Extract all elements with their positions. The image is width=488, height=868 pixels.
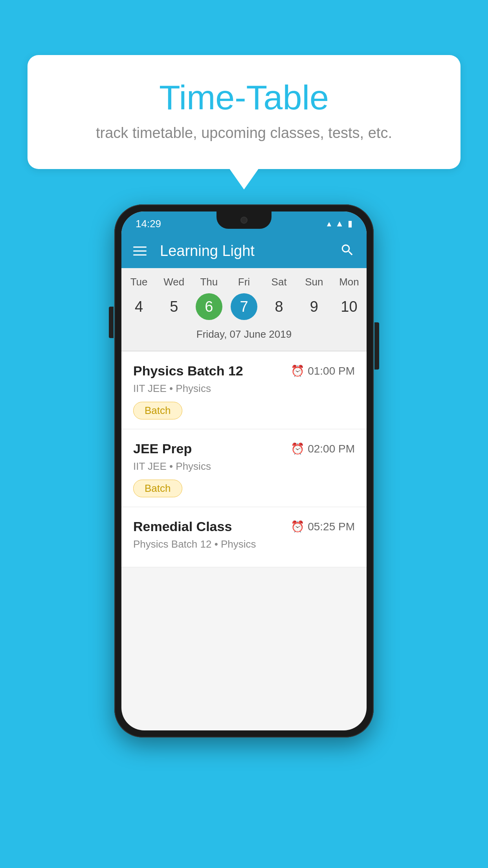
day-10[interactable]: 10 — [332, 293, 367, 320]
item-1-title: Physics Batch 12 — [133, 363, 243, 379]
item-3-title: Remedial Class — [133, 519, 232, 534]
day-label-thu: Thu — [191, 276, 226, 288]
day-label-tue: Tue — [121, 276, 156, 288]
phone-notch — [216, 211, 272, 229]
item-3-time: ⏰ 05:25 PM — [291, 520, 355, 533]
item-2-title: JEE Prep — [133, 441, 192, 456]
item-3-subtitle: Physics Batch 12 • Physics — [133, 538, 355, 550]
item-1-subtitle: IIT JEE • Physics — [133, 383, 355, 395]
menu-icon[interactable] — [133, 246, 147, 256]
speech-bubble: Time-Table track timetable, upcoming cla… — [28, 55, 460, 169]
selected-date-label: Friday, 07 June 2019 — [121, 325, 367, 347]
bubble-title: Time-Table — [59, 79, 429, 117]
item-1-time: ⏰ 01:00 PM — [291, 364, 355, 377]
wifi-icon: ▴ — [327, 219, 331, 229]
bubble-subtitle: track timetable, upcoming classes, tests… — [59, 125, 429, 142]
schedule-item-3[interactable]: Remedial Class ⏰ 05:25 PM Physics Batch … — [121, 507, 367, 567]
day-8[interactable]: 8 — [262, 293, 297, 320]
day-label-mon: Mon — [332, 276, 367, 288]
day-label-sat: Sat — [262, 276, 297, 288]
day-5[interactable]: 5 — [156, 293, 191, 320]
search-button[interactable] — [340, 243, 355, 259]
battery-icon: ▮ — [348, 219, 352, 229]
phone-screen-border: 14:29 ▴ ▲ ▮ Learning Light — [121, 211, 367, 730]
item-2-time: ⏰ 02:00 PM — [291, 442, 355, 455]
app-bar: Learning Light — [121, 234, 367, 268]
item-1-time-text: 01:00 PM — [308, 365, 355, 377]
clock-icon-2: ⏰ — [291, 442, 305, 455]
phone-screen: 14:29 ▴ ▲ ▮ Learning Light — [121, 211, 367, 730]
schedule-item-1[interactable]: Physics Batch 12 ⏰ 01:00 PM IIT JEE • Ph… — [121, 351, 367, 429]
day-7-selected[interactable]: 7 — [231, 293, 257, 320]
search-icon — [340, 243, 355, 257]
status-icons: ▴ ▲ ▮ — [327, 219, 352, 229]
speech-bubble-area: Time-Table track timetable, upcoming cla… — [28, 55, 460, 169]
day-headers: Tue Wed Thu Fri Sat Sun Mon — [121, 276, 367, 288]
status-time: 14:29 — [136, 218, 161, 230]
day-label-sun: Sun — [297, 276, 332, 288]
camera-icon — [240, 217, 248, 224]
app-title: Learning Light — [156, 243, 330, 259]
day-9[interactable]: 9 — [297, 293, 332, 320]
day-label-wed: Wed — [156, 276, 191, 288]
day-numbers: 4 5 6 7 8 9 10 — [121, 293, 367, 320]
item-1-batch-tag: Batch — [133, 402, 182, 419]
phone-outer: 14:29 ▴ ▲ ▮ Learning Light — [114, 204, 374, 737]
signal-icon: ▲ — [335, 219, 344, 229]
clock-icon-1: ⏰ — [291, 364, 305, 377]
calendar-strip: Tue Wed Thu Fri Sat Sun Mon 4 5 6 7 8 — [121, 268, 367, 351]
schedule-item-2[interactable]: JEE Prep ⏰ 02:00 PM IIT JEE • Physics Ba… — [121, 429, 367, 507]
item-3-time-text: 05:25 PM — [308, 520, 355, 533]
item-2-header: JEE Prep ⏰ 02:00 PM — [133, 441, 355, 456]
day-6-today[interactable]: 6 — [196, 293, 222, 320]
clock-icon-3: ⏰ — [291, 520, 305, 533]
item-1-header: Physics Batch 12 ⏰ 01:00 PM — [133, 363, 355, 379]
item-3-header: Remedial Class ⏰ 05:25 PM — [133, 519, 355, 534]
item-2-batch-tag: Batch — [133, 480, 182, 497]
phone-mockup: 14:29 ▴ ▲ ▮ Learning Light — [114, 204, 374, 737]
item-2-time-text: 02:00 PM — [308, 443, 355, 455]
item-2-subtitle: IIT JEE • Physics — [133, 460, 355, 473]
day-label-fri: Fri — [226, 276, 261, 288]
day-4[interactable]: 4 — [121, 293, 156, 320]
